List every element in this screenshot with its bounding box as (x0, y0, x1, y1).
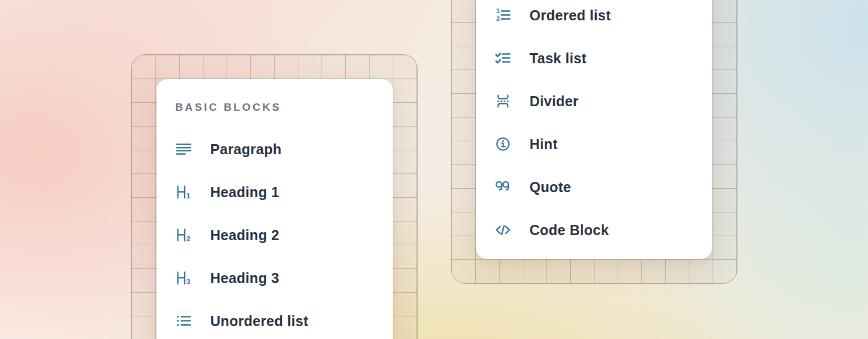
svg-text:1: 1 (496, 7, 500, 14)
menu-item-quote[interactable]: Quote (494, 166, 693, 208)
divider-icon (494, 93, 511, 110)
background: BASIC BLOCKS Paragraph1Heading 12Heading… (0, 0, 868, 339)
svg-text:1: 1 (186, 192, 190, 200)
menu-item-code-block[interactable]: Code Block (494, 208, 693, 251)
menu-item-label: Unordered list (210, 313, 309, 329)
svg-text:2: 2 (496, 15, 500, 22)
menu-item-unordered-list[interactable]: Unordered list (175, 299, 374, 339)
menu-item-label: Ordered list (530, 7, 611, 24)
menu-item-hint[interactable]: Hint (494, 123, 693, 166)
blocks-menu-card: 12Ordered listTask listDividerHintQuoteC… (476, 0, 712, 259)
blocks-menu-item-list: 12Ordered listTask listDividerHintQuoteC… (494, 0, 693, 251)
heading-2-icon: 2 (175, 227, 192, 244)
code-block-icon (494, 221, 511, 238)
quote-icon (494, 179, 511, 195)
unordered-list-icon (175, 312, 192, 329)
menu-item-heading-1[interactable]: 1Heading 1 (175, 171, 374, 214)
menu-item-label: Task list (530, 50, 587, 67)
menu-item-label: Quote (530, 179, 571, 195)
menu-item-label: Code Block (530, 222, 609, 238)
menu-item-paragraph[interactable]: Paragraph (175, 128, 374, 171)
menu-item-label: Divider (530, 93, 579, 110)
menu-item-heading-2[interactable]: 2Heading 2 (175, 214, 374, 257)
hint-icon (494, 136, 511, 153)
basic-blocks-item-list: Paragraph1Heading 12Heading 23Heading 3U… (175, 128, 374, 339)
basic-blocks-header: BASIC BLOCKS (175, 100, 374, 115)
task-list-icon (494, 50, 511, 67)
menu-item-divider[interactable]: Divider (494, 80, 693, 123)
menu-item-task-list[interactable]: Task list (494, 37, 693, 80)
menu-item-label: Heading 2 (210, 227, 279, 244)
menu-item-label: Hint (530, 136, 558, 153)
ordered-list-icon: 12 (494, 7, 511, 24)
heading-1-icon: 1 (175, 184, 192, 201)
menu-item-heading-3[interactable]: 3Heading 3 (175, 257, 374, 299)
menu-item-ordered-list[interactable]: 12Ordered list (494, 0, 693, 37)
basic-blocks-card: BASIC BLOCKS Paragraph1Heading 12Heading… (157, 79, 393, 339)
menu-item-label: Paragraph (210, 141, 281, 158)
paragraph-icon (175, 141, 192, 158)
heading-3-icon: 3 (175, 270, 192, 286)
menu-item-label: Heading 1 (210, 184, 279, 201)
svg-text:2: 2 (186, 235, 190, 243)
svg-text:3: 3 (186, 278, 190, 286)
menu-item-label: Heading 3 (210, 270, 279, 286)
